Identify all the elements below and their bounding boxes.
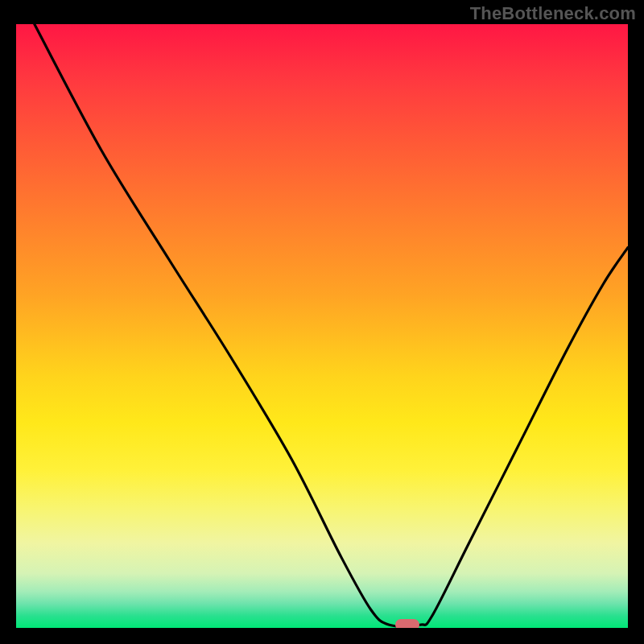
watermark-text: TheBottleneck.com (470, 3, 636, 24)
line-curve (16, 24, 628, 628)
minimum-marker (395, 619, 419, 628)
plot-area (16, 24, 628, 628)
chart-frame: TheBottleneck.com (0, 0, 644, 644)
curve-path (35, 24, 628, 626)
